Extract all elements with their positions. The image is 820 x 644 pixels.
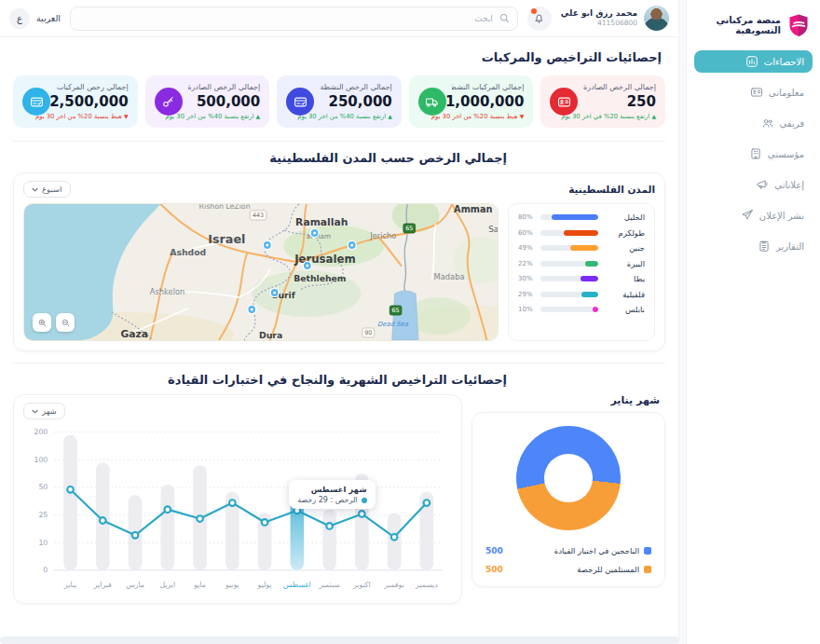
legend-swatch-icon <box>644 566 651 573</box>
x-label-5[interactable]: يونيو <box>225 581 239 589</box>
x-label-11[interactable]: ديسمبر <box>415 581 438 589</box>
monthly-chart-card: شهر 0102550100200ينايرفبرايرمارسابريلماي… <box>13 394 462 604</box>
x-label-9[interactable]: اكتوبر <box>352 581 371 589</box>
svg-text:25: 25 <box>38 511 48 519</box>
city-percent: 60% <box>518 229 535 237</box>
stat-value: 250 <box>583 93 656 110</box>
map-canvas: 443656590 Rishon LeZionAmmanSaRamallahar… <box>24 204 498 340</box>
city-row-2: جنين 49% <box>518 243 645 253</box>
language-switcher[interactable]: العربية ع <box>9 8 61 29</box>
city-name: طولكرم <box>604 228 645 238</box>
map-label: Jericho <box>369 231 396 240</box>
key-icon <box>161 95 175 109</box>
legend-label: الناجحين في اختبار القيادة <box>554 546 639 555</box>
trend-down-icon: ▼ <box>520 113 525 119</box>
language-circle-button[interactable]: ع <box>9 8 30 29</box>
svg-text:100: 100 <box>34 456 48 464</box>
sidebar-item-4[interactable]: إعلاناتي <box>694 173 813 196</box>
map-pin-center <box>251 308 253 310</box>
sidebar-item-label: فريقي <box>780 118 804 129</box>
month-filter-dropdown[interactable]: شهر <box>23 403 65 419</box>
legend-swatch-icon <box>644 547 651 555</box>
stat-title: إجمالي المركبات النشطة <box>452 83 525 91</box>
map-label: Rishon LeZion <box>199 204 251 211</box>
x-label-4[interactable]: مايو <box>193 581 206 589</box>
map-zoom-out-button[interactable] <box>56 313 75 332</box>
map-label: Ramallah <box>295 216 348 228</box>
sidebar-item-6[interactable]: التقارير <box>694 235 813 257</box>
bar-month-3[interactable] <box>160 485 174 570</box>
stat-value: 1,000,000 <box>452 93 525 110</box>
city-percent: 22% <box>518 260 535 267</box>
city-bar <box>564 230 598 236</box>
trend-up-icon: ▲ <box>651 113 656 119</box>
bell-icon <box>533 12 545 24</box>
map[interactable]: 443656590 Rishon LeZionAmmanSaRamallahar… <box>23 203 499 341</box>
cities-section-title: إجمالي الرخص حسب المدن الفلسطينية <box>13 151 507 165</box>
map-label: Gaza <box>121 328 149 340</box>
stat-trend-note: ▲ ارتفع بنسبة 40% من اخر 30 يوم <box>320 113 392 120</box>
horizontal-scrollbar[interactable] <box>0 637 678 644</box>
map-pin-center <box>266 243 268 246</box>
chevron-down-icon <box>32 408 38 415</box>
road-badge: 443 <box>250 211 266 220</box>
map-label: Israel <box>208 232 245 246</box>
line-point-2[interactable] <box>132 532 139 539</box>
x-label-1[interactable]: فبراير <box>93 581 112 589</box>
week-filter-dropdown[interactable]: اسبوع <box>23 181 71 198</box>
line-point-8[interactable] <box>326 523 333 529</box>
search-input[interactable] <box>70 7 518 31</box>
map-zoom-in-button[interactable] <box>33 313 51 332</box>
x-label-8[interactable]: سبتمبر <box>318 581 339 589</box>
x-label-0[interactable]: يناير <box>63 581 76 589</box>
sidebar-item-label: التقارير <box>776 241 804 252</box>
x-label-3[interactable]: ابريل <box>159 581 175 589</box>
sidebar-item-label: مؤسستي <box>768 149 804 159</box>
legend-row-1: المستلمين للرخصة 500 <box>484 560 653 579</box>
donut-card: الناجحين في اختبار القيادة 500 المستلمين… <box>472 412 665 587</box>
monthly-section: إحصائيات التراخيص الشهرية والنجاح في اخت… <box>13 363 665 604</box>
app-root: منصة مركباتي التسويقية الاحصاءات معلومات… <box>0 0 820 644</box>
user-profile[interactable]: محمد رزق ابو علي 411506800 <box>561 6 669 31</box>
line-point-1[interactable] <box>100 517 106 524</box>
bar-month-0[interactable] <box>63 435 77 570</box>
sidebar-item-1[interactable]: معلوماتي <box>694 81 813 103</box>
bar-month-10[interactable] <box>388 513 402 570</box>
line-point-9[interactable] <box>359 511 365 517</box>
sidebar-item-2[interactable]: فريقي <box>694 112 813 134</box>
legend-value: 500 <box>485 546 503 555</box>
organization-icon <box>749 147 762 160</box>
zoom-out-icon <box>61 318 71 328</box>
svg-text:200: 200 <box>34 428 48 436</box>
line-point-5[interactable] <box>229 500 236 506</box>
line-point-10[interactable] <box>391 534 398 541</box>
svg-text:443: 443 <box>253 212 264 219</box>
line-point-11[interactable] <box>424 500 430 506</box>
x-label-7[interactable]: اغسطس <box>283 581 310 589</box>
bar-month-8[interactable] <box>322 510 336 570</box>
line-point-6[interactable] <box>262 519 268 526</box>
user-id: 411506800 <box>561 19 637 27</box>
city-bar <box>585 261 598 267</box>
line-point-0[interactable] <box>67 486 74 493</box>
sidebar-item-5[interactable]: نشر الإعلان <box>694 204 813 226</box>
stat-card-2: إجمالي الرخص النشطة والمجددة 250,000 ▲ ا… <box>277 75 402 128</box>
cities-list-panel: الخليل 80% طولكرم 60% جنين 49% البيرة 22… <box>508 203 655 341</box>
line-point-3[interactable] <box>164 506 171 513</box>
line-point-4[interactable] <box>197 515 203 522</box>
avatar[interactable] <box>644 6 669 31</box>
sidebar-item-0[interactable]: الاحصاءات <box>694 50 813 73</box>
map-label: Dura <box>259 330 282 340</box>
x-label-2[interactable]: مارس <box>126 581 144 589</box>
sidebar-menu: الاحصاءات معلوماتي فريقي مؤسستي إعلاناتي… <box>694 50 813 257</box>
x-label-10[interactable]: نوفمبر <box>384 581 404 589</box>
city-bar <box>581 276 598 281</box>
city-row-5: قلقيلية 29% <box>518 290 645 299</box>
renewed-license-icon <box>294 95 308 109</box>
x-label-6[interactable]: يوليو <box>257 581 272 589</box>
stat-card-1: إجمالي المركبات النشطة 1,000,000 ▼ هبط ب… <box>409 75 534 128</box>
stat-trend-note: ▼ هبط بنسبة 20% من اخر 30 يوم <box>452 113 525 120</box>
sidebar-item-3[interactable]: مؤسستي <box>694 143 813 165</box>
vertical-scrollbar[interactable] <box>678 0 686 644</box>
notifications-button[interactable] <box>527 7 552 31</box>
